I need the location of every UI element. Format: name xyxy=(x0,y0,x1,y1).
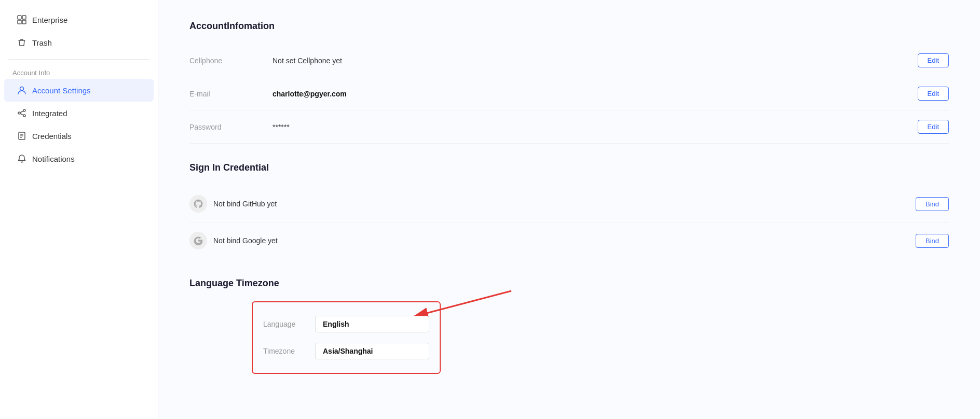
password-row: Password ****** Edit xyxy=(189,110,949,144)
svg-rect-2 xyxy=(18,20,21,24)
trash-icon xyxy=(17,37,27,48)
cellphone-value: Not set Cellphone yet xyxy=(273,57,918,65)
sidebar-item-credentials[interactable]: Credentials xyxy=(4,124,154,147)
account-info-title: AccountInfomation xyxy=(189,21,949,32)
language-timezone-box: Language English Timezone Asia/Shanghai xyxy=(252,301,441,374)
svg-line-8 xyxy=(20,111,23,113)
email-row: E-mail charlotte@pgyer.com Edit xyxy=(189,77,949,110)
cellphone-edit-button[interactable]: Edit xyxy=(918,53,949,67)
sidebar-enterprise-label: Enterprise xyxy=(32,16,67,24)
sidebar-credentials-label: Credentials xyxy=(32,132,72,141)
sidebar-item-enterprise[interactable]: Enterprise xyxy=(4,8,154,31)
file-icon xyxy=(17,131,27,141)
timezone-select[interactable]: Asia/Shanghai xyxy=(315,343,429,359)
sidebar-section-account-info: Account Info xyxy=(0,65,158,79)
google-icon xyxy=(189,232,207,249)
cellphone-row: Cellphone Not set Cellphone yet Edit xyxy=(189,44,949,77)
svg-point-5 xyxy=(23,109,25,111)
sidebar: Enterprise Trash Account Info Account Se… xyxy=(0,0,158,419)
sidebar-account-settings-label: Account Settings xyxy=(32,86,91,95)
password-label: Password xyxy=(189,123,273,131)
github-bind-button[interactable]: Bind xyxy=(916,197,949,211)
svg-rect-3 xyxy=(22,20,26,24)
github-icon xyxy=(189,195,207,213)
language-row: Language English xyxy=(263,311,429,338)
language-tz-title: Language Timezone xyxy=(189,278,949,289)
sidebar-trash-label: Trash xyxy=(32,38,52,47)
password-edit-button[interactable]: Edit xyxy=(918,120,949,134)
sidebar-item-account-settings[interactable]: Account Settings xyxy=(4,79,154,102)
lang-tz-container: Language English Timezone Asia/Shanghai xyxy=(189,301,949,374)
sign-in-title: Sign In Credential xyxy=(189,162,949,173)
email-label: E-mail xyxy=(189,90,273,98)
password-value: ****** xyxy=(273,123,918,131)
language-label: Language xyxy=(263,320,315,328)
email-edit-button[interactable]: Edit xyxy=(918,87,949,101)
timezone-label: Timezone xyxy=(263,347,315,355)
google-value: Not bind Google yet xyxy=(213,236,916,245)
user-icon xyxy=(17,85,27,95)
sidebar-item-trash[interactable]: Trash xyxy=(4,31,154,54)
sidebar-integrated-label: Integrated xyxy=(32,109,67,118)
bell-icon xyxy=(17,153,27,164)
google-row: Not bind Google yet Bind xyxy=(189,222,949,259)
cellphone-label: Cellphone xyxy=(189,57,273,65)
main-content: AccountInfomation Cellphone Not set Cell… xyxy=(158,0,980,419)
github-row: Not bind GitHub yet Bind xyxy=(189,186,949,222)
svg-point-4 xyxy=(20,87,24,91)
svg-point-6 xyxy=(18,112,20,114)
email-value: charlotte@pgyer.com xyxy=(273,90,918,98)
timezone-row: Timezone Asia/Shanghai xyxy=(263,338,429,365)
svg-rect-0 xyxy=(18,16,21,19)
google-bind-button[interactable]: Bind xyxy=(916,234,949,248)
svg-rect-1 xyxy=(22,16,26,19)
sidebar-divider xyxy=(8,59,149,60)
grid-icon xyxy=(17,15,27,25)
language-select[interactable]: English xyxy=(315,316,429,332)
sidebar-notifications-label: Notifications xyxy=(32,155,75,163)
github-value: Not bind GitHub yet xyxy=(213,200,916,208)
language-tz-wrapper: Language English Timezone Asia/Shanghai xyxy=(189,301,949,374)
sidebar-item-integrated[interactable]: Integrated xyxy=(4,102,154,124)
sidebar-item-notifications[interactable]: Notifications xyxy=(4,147,154,170)
svg-point-7 xyxy=(23,115,25,117)
share-icon xyxy=(17,108,27,118)
svg-line-9 xyxy=(20,114,23,115)
language-timezone-section: Language Timezone Language English xyxy=(189,278,949,374)
